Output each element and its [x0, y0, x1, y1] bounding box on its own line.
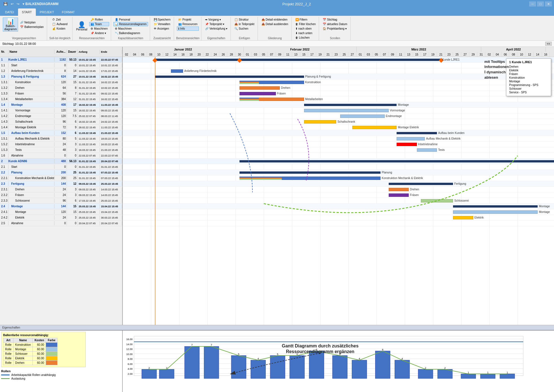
- btn-kosten[interactable]: 💰 Kosten: [51, 27, 69, 31]
- table-row[interactable]: 1.3.1 Konstruktion 120 15 31.01.22 15:45…: [0, 80, 122, 85]
- gantt-row[interactable]: [123, 147, 554, 153]
- btn-ressourcendiagramm[interactable]: 📊 Ressourcendiagramm: [113, 22, 148, 26]
- btn-nach-oben[interactable]: ⬆ nach oben: [294, 27, 317, 31]
- gantt-bar[interactable]: [171, 69, 183, 73]
- table-row[interactable]: 1.3 Planung & Fertigung 624 27 10.01.22 …: [0, 74, 122, 80]
- btn-ressourcen[interactable]: 👥 Ressourcen: [177, 22, 199, 26]
- table-row[interactable]: 2.3.3 Schlosserei 96 6 17.03.22 15:45 25…: [0, 198, 122, 204]
- btn-rollen[interactable]: 🔑 Rollen: [89, 17, 109, 22]
- minimize-btn[interactable]: ─: [529, 1, 536, 6]
- gantt-body[interactable]: Kunde LJRE1Anlieferung FördertechnikPlan…: [123, 57, 554, 325]
- table-row[interactable]: 1.4 Montage 408 17 16.02.22 15:45 11.03.…: [0, 102, 122, 108]
- gantt-row[interactable]: [123, 80, 554, 85]
- gantt-bar[interactable]: [417, 148, 437, 152]
- table-body[interactable]: 1 Kunde LJRE1 1192 50.13 10.01.22 15:45 …: [0, 57, 122, 325]
- gantt-bar[interactable]: [340, 114, 384, 118]
- table-row[interactable]: 2.1 Start 0 0 31.01.22 15:45 31.01.22 15…: [0, 164, 122, 170]
- btn-aufwand[interactable]: 📋 Aufwand: [51, 22, 69, 26]
- undo-btn[interactable]: ↩: [10, 1, 15, 6]
- gantt-bar[interactable]: [239, 86, 280, 90]
- tab-format[interactable]: FORMAT: [58, 8, 79, 16]
- btn-netzplan[interactable]: 🔗 Netzplan: [19, 20, 45, 25]
- gantt-row[interactable]: [123, 113, 554, 119]
- btn-filtern[interactable]: 🔽 Filtern: [294, 17, 317, 22]
- gantt-row[interactable]: [123, 130, 554, 136]
- gantt-row[interactable]: [123, 85, 554, 91]
- table-row[interactable]: 1.5.2 Inbetriebnahme 24 3 11.03.22 15:45…: [0, 142, 122, 147]
- btn-info[interactable]: ℹ Info: [177, 27, 199, 31]
- btn-anzeigen[interactable]: 👁 Anzeigen: [152, 27, 172, 31]
- table-row[interactable]: 1.3.4 Metallarbeiten 384 12 31.01.22 15:…: [0, 96, 122, 102]
- gantt-row[interactable]: [123, 142, 554, 147]
- table-row[interactable]: 2 Kunde ADN86 488 56.13 31.01.22 15:45 2…: [0, 158, 122, 164]
- gantt-row[interactable]: [123, 198, 554, 204]
- btn-kap-personal[interactable]: 👤 Personal: [113, 17, 148, 22]
- table-row[interactable]: 1.4.1 Vormontage 120 15 16.02.22 15:45 0…: [0, 108, 122, 113]
- collapse-btn[interactable]: <<: [545, 42, 552, 46]
- table-row[interactable]: 2.3.1 Drehen 24 3 09.03.22 15:45 14.03.2…: [0, 187, 122, 192]
- table-row[interactable]: 1.4.3 Schaltschrank 96 6 16.02.22 15:45 …: [0, 119, 122, 125]
- btn-kap-balken[interactable]: 📉 Balkendiagramm: [113, 31, 148, 35]
- btn-andere[interactable]: 📌 Andere ▾: [89, 31, 109, 35]
- table-row[interactable]: 1.4.2 Endmontage 120 7.5 25.02.22 07:45 …: [0, 113, 122, 119]
- gantt-bar[interactable]: [389, 188, 409, 191]
- btn-loschen[interactable]: 🗑 Löschen: [294, 36, 317, 40]
- gantt-bar[interactable]: [397, 137, 425, 140]
- gantt-bar[interactable]: [453, 216, 473, 219]
- table-row[interactable]: 1.5.1 Aufbau Mechanik & Elektrik 80 5 11…: [0, 136, 122, 142]
- table-row[interactable]: 1.5.3 Tests 48 3 16.03.22 15:45 21.03.22…: [0, 147, 122, 153]
- btn-detail-einblenden[interactable]: 📤 Detail einblenden: [260, 17, 290, 22]
- tab-start[interactable]: START: [18, 8, 36, 16]
- table-row[interactable]: 1.1 Start 0 0 10.01.22 15:45 10.01.22 15…: [0, 63, 122, 68]
- gantt-bar[interactable]: [389, 193, 409, 197]
- btn-verknupfung[interactable]: 🔗 Verknüpfung ▾: [204, 27, 229, 31]
- btn-in-teilprojekt[interactable]: 📥 in Teilprojekt: [233, 22, 256, 26]
- btn-team[interactable]: 👥 Team: [89, 22, 109, 26]
- btn-teilprojekt[interactable]: 📌 Teilprojekt ▾: [204, 22, 229, 26]
- table-row[interactable]: 1.4.4 Montage Elektrik 72 9 28.02.22 15:…: [0, 125, 122, 130]
- btn-vorgang[interactable]: ➡ Vorgang ▾: [204, 17, 229, 22]
- table-row[interactable]: 1.6 Abnahme 0 0 22.03.22 07:45 22.03.22 …: [0, 153, 122, 158]
- redo-btn[interactable]: ↪: [16, 1, 21, 6]
- gantt-row[interactable]: [123, 153, 554, 158]
- gantt-row[interactable]: [123, 192, 554, 198]
- table-row[interactable]: 2.2 Planung 200 25 31.01.22 15:45 07.03.…: [0, 170, 122, 175]
- gantt-bar[interactable]: [239, 92, 276, 95]
- gantt-bar[interactable]: [352, 126, 397, 129]
- gantt-row[interactable]: [123, 96, 554, 102]
- gantt-row[interactable]: [123, 164, 554, 170]
- table-row[interactable]: 1.3.3 Fräsen 56 7 31.01.22 15:45 09.02.2…: [0, 91, 122, 96]
- tab-datei[interactable]: DATEI: [1, 8, 18, 16]
- btn-nach-unten[interactable]: ⬇ nach unten: [294, 31, 317, 35]
- gantt-bar[interactable]: [397, 143, 417, 146]
- btn-projekt[interactable]: 📂 Projekt: [177, 17, 199, 22]
- gantt-bar[interactable]: [453, 210, 538, 214]
- table-row[interactable]: 2.2.1 Konstruktion Mechanik & Elektrik 2…: [0, 175, 122, 181]
- btn-stichtag-scroll[interactable]: 📅 Stichtag: [321, 17, 349, 22]
- btn-personal[interactable]: 👤 Personal: [75, 21, 89, 32]
- gantt-row[interactable]: [123, 215, 554, 221]
- btn-verwalten[interactable]: 📁 Verwalten: [152, 22, 172, 26]
- table-row[interactable]: 2.4.2 Elektrik 24 3 25.03.22 15:45 30.03…: [0, 215, 122, 221]
- gantt-bar[interactable]: [304, 109, 389, 112]
- table-row[interactable]: 1.5 Aufbau beim Kunden 152 6 11.03.22 15…: [0, 130, 122, 136]
- table-row[interactable]: 2.3 Fertigung 144 12 09.03.22 15:45 25.0…: [0, 181, 122, 187]
- gantt-row[interactable]: [123, 181, 554, 187]
- gantt-row[interactable]: [123, 125, 554, 130]
- gantt-row[interactable]: [123, 187, 554, 192]
- maximize-btn[interactable]: □: [537, 1, 544, 6]
- gantt-row[interactable]: [123, 221, 554, 226]
- gantt-bar[interactable]: [421, 199, 453, 202]
- gantt-bar[interactable]: [304, 120, 336, 124]
- btn-projektanfang[interactable]: 🏠 Projektanfang ▾: [321, 27, 349, 31]
- gantt-row[interactable]: [123, 91, 554, 96]
- btn-suchen[interactable]: 🔍 Suchen: [233, 27, 256, 31]
- save-quick-btn[interactable]: 💾: [2, 1, 9, 6]
- table-row[interactable]: 2.4 Montage 144 15 25.03.22 15:45 15.04.…: [0, 204, 122, 209]
- btn-detail-ausblenden[interactable]: 📥 Detail ausblenden: [260, 22, 290, 26]
- btn-aktuelles-datum[interactable]: 📅 aktuelles Datum: [321, 22, 349, 26]
- btn-maschinen[interactable]: ⚙ Maschinen: [89, 27, 109, 31]
- table-row[interactable]: 2.3.2 Fräsen 24 3 09.03.22 15:45 14.03.2…: [0, 192, 122, 198]
- table-row[interactable]: 2.5 Abnahme 0 0 20.04.22 07:45 20.04.22 …: [0, 221, 122, 226]
- tab-projekt[interactable]: PROJEKT: [36, 8, 58, 16]
